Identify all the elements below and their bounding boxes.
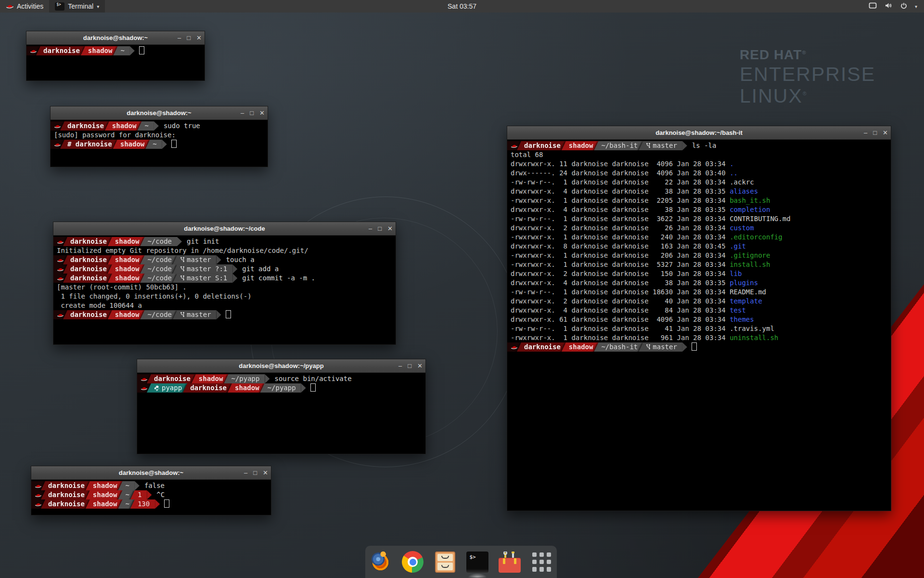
system-menu-chevron-icon[interactable]: ▾ — [915, 4, 917, 9]
minimize-button[interactable]: – — [369, 225, 372, 232]
prompt-line: darknoiseshadow~/bash-itmaster — [507, 342, 891, 352]
maximize-button[interactable]: □ — [408, 362, 411, 369]
ls-row: drwxrwxr-x. 4 darknoise darknoise 84 Jan… — [507, 306, 891, 315]
prompt-segment-user: darknoise — [183, 383, 232, 393]
window-titlebar[interactable]: darknoise@shadow:~/pyapp –□✕ — [137, 359, 425, 373]
dock-chrome-icon[interactable] — [401, 549, 425, 576]
close-button[interactable]: ✕ — [263, 469, 268, 476]
file-name: themes — [730, 315, 754, 323]
ls-row: -rw-rw-r--. 1 darknoise darknoise 22 Jan… — [507, 178, 891, 187]
prompt-segment-user: # darknoise — [60, 140, 117, 149]
prompt-segment-path: ~ — [137, 121, 154, 131]
prompt-arrow-icon — [217, 310, 221, 319]
prompt-segment-host: shadow — [192, 374, 229, 383]
terminal-window-home-2[interactable]: darknoise@shadow:~ –□✕ darknoiseshadow~f… — [31, 466, 271, 515]
terminal-content[interactable]: darknoiseshadow~sudo true[sudo] password… — [51, 120, 268, 167]
file-name: .ackrc — [730, 178, 754, 186]
dock-app-grid-icon[interactable] — [530, 549, 554, 576]
app-menu-terminal[interactable]: $> Terminal ▾ — [49, 0, 105, 13]
command-text: ^C — [152, 491, 165, 499]
window-titlebar[interactable]: darknoise@shadow:~ –□✕ — [51, 106, 268, 120]
terminal-content[interactable]: darknoiseshadow~falsedarknoiseshadow~1^C… — [31, 480, 271, 515]
window-titlebar[interactable]: darknoise@shadow:~ –□✕ — [26, 31, 205, 45]
close-button[interactable]: ✕ — [259, 109, 265, 117]
dock-files-icon[interactable] — [433, 549, 457, 576]
prompt-segment-user: darknoise — [41, 499, 90, 509]
prompt-segment-host: shadow — [81, 46, 118, 55]
terminal-content[interactable]: darknoiseshadow~/pyappsource bin/activat… — [137, 373, 425, 454]
prompt-segment-path: ~/bash-it — [594, 342, 643, 352]
minimize-button[interactable]: – — [241, 109, 244, 117]
file-name: custom — [730, 224, 754, 232]
terminal-content[interactable]: darknoiseshadow~/bash-itmasterls -latota… — [507, 140, 891, 511]
file-name: README.md — [730, 288, 766, 296]
prompt-segment-exit: 1 — [130, 490, 147, 499]
prompt-segment-user: darknoise — [41, 490, 90, 499]
terminal-window-home-1[interactable]: darknoise@shadow:~ –□✕ darknoiseshadow~ — [26, 31, 205, 81]
minimize-button[interactable]: – — [864, 129, 867, 136]
volume-icon[interactable] — [885, 2, 893, 10]
file-name: .editorconfig — [730, 233, 783, 241]
prompt-segment-host: shadow — [108, 237, 145, 246]
dock-terminal-icon[interactable]: $> — [465, 549, 489, 576]
power-icon[interactable] — [900, 2, 907, 11]
ls-row: drwxrwxr-x. 4 darknoise darknoise 38 Jan… — [507, 205, 891, 214]
terminal-content[interactable]: darknoiseshadow~/codegit initInitialized… — [53, 236, 396, 344]
terminal-cursor — [692, 342, 697, 351]
prompt-segment-path: ~/code — [140, 255, 177, 264]
prompt-line: darknoiseshadow~/codemaster S:1git commi… — [53, 274, 396, 283]
dock-toolbox-icon[interactable] — [498, 549, 522, 576]
terminal-window-sudo[interactable]: darknoise@shadow:~ –□✕ darknoiseshadow~s… — [50, 106, 268, 167]
close-button[interactable]: ✕ — [417, 362, 423, 369]
prompt-segment-path: ~/code — [140, 237, 177, 246]
prompt-segment-user: darknoise — [63, 237, 112, 246]
close-button[interactable]: ✕ — [196, 34, 202, 41]
minimize-button[interactable]: – — [244, 469, 247, 476]
dock-firefox-icon[interactable] — [369, 549, 393, 576]
prompt-arrow-icon — [682, 342, 687, 352]
file-name: bash_it.sh — [730, 197, 770, 204]
minimize-button[interactable]: – — [178, 34, 181, 41]
terminal-content[interactable]: darknoiseshadow~ — [26, 45, 205, 80]
ls-row: -rwxrwxr-x. 1 darknoise darknoise 206 Ja… — [507, 251, 891, 260]
maximize-button[interactable]: □ — [253, 469, 257, 476]
prompt-arrow-icon — [177, 237, 182, 246]
maximize-button[interactable]: □ — [873, 129, 877, 136]
terminal-cursor — [164, 499, 169, 508]
top-bar: Activities $> Terminal ▾ Sat 03:57 ▾ — [0, 0, 924, 13]
clock[interactable]: Sat 03:57 — [0, 2, 924, 10]
ls-row: -rwxrwxr-x. 1 darknoise darknoise 240 Ja… — [507, 233, 891, 242]
activities-button[interactable]: Activities — [0, 0, 49, 13]
prompt-arrow-icon — [147, 490, 152, 499]
ls-row: drwxrwxr-x. 11 darknoise darknoise 4096 … — [507, 159, 891, 169]
terminal-window-bash-it[interactable]: darknoise@shadow:~/bash-it –□✕ darknoise… — [507, 126, 891, 511]
prompt-segment-branch: master S:1 — [173, 274, 232, 283]
prompt-segment-branch: master ?:1 — [173, 264, 232, 274]
close-button[interactable]: ✕ — [883, 129, 888, 136]
prompt-segment-exit: 130 — [130, 499, 155, 509]
display-icon[interactable] — [869, 2, 877, 10]
command-text: git init — [182, 237, 219, 245]
window-titlebar[interactable]: darknoise@shadow:~ –□✕ — [31, 466, 271, 480]
window-titlebar[interactable]: darknoise@shadow:~/bash-it –□✕ — [507, 126, 891, 140]
prompt-arrow-icon — [232, 274, 237, 283]
ls-row: -rw-rw-r--. 1 darknoise darknoise 3622 J… — [507, 214, 891, 223]
ls-row: drwxrwxr-x. 4 darknoise darknoise 38 Jan… — [507, 278, 891, 288]
prompt-segment-user: darknoise — [63, 310, 112, 319]
prompt-line: darknoiseshadow~130 — [31, 499, 271, 509]
minimize-button[interactable]: – — [398, 362, 402, 369]
maximize-button[interactable]: □ — [378, 225, 382, 232]
prompt-segment-host: shadow — [86, 499, 123, 509]
close-button[interactable]: ✕ — [387, 225, 393, 232]
command-text: source bin/activate — [270, 375, 351, 382]
prompt-line: pyappdarknoiseshadow~/pyapp — [137, 383, 425, 393]
output-line: Initialized empty Git repository in /hom… — [53, 246, 396, 255]
maximize-button[interactable]: □ — [250, 109, 254, 117]
maximize-button[interactable]: □ — [187, 34, 191, 41]
ls-row: drwxrwxr-x. 2 darknoise darknoise 150 Ja… — [507, 269, 891, 278]
window-titlebar[interactable]: darknoise@shadow:~/code –□✕ — [53, 222, 396, 236]
terminal-window-pyapp[interactable]: darknoise@shadow:~/pyapp –□✕ darknoisesh… — [137, 359, 426, 454]
prompt-line: # darknoiseshadow~ — [51, 140, 268, 149]
terminal-window-code[interactable]: darknoise@shadow:~/code –□✕ darknoisesha… — [53, 222, 396, 345]
prompt-segment-branch: master — [173, 255, 217, 264]
